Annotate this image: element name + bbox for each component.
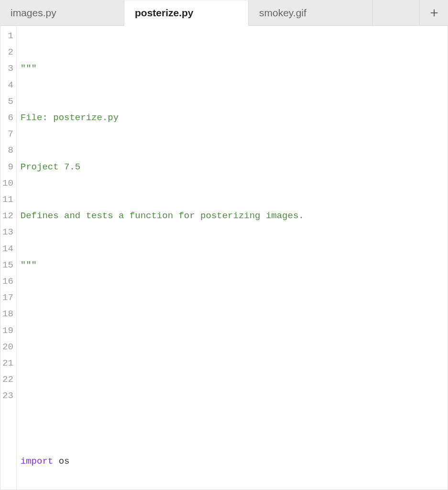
line-number: 18: [2, 306, 13, 322]
line-number: 10: [2, 175, 13, 191]
add-tab-button[interactable]: ＋: [419, 0, 448, 25]
code-line: Defines and tests a function for posteri…: [21, 208, 444, 224]
tab-label: smokey.gif: [259, 4, 306, 22]
code-line: [21, 306, 444, 322]
line-number: 14: [2, 241, 13, 257]
line-number: 9: [2, 159, 13, 175]
code-line: """: [21, 257, 444, 273]
tab-label: images.py: [11, 4, 56, 22]
code-line: [21, 404, 444, 420]
plus-icon: ＋: [427, 0, 441, 24]
line-number: 15: [2, 257, 13, 273]
line-number: 19: [2, 323, 13, 339]
code-line: """: [21, 60, 444, 77]
line-number: 12: [2, 208, 13, 224]
code-line: [21, 355, 444, 371]
code-area[interactable]: """ File: posterize.py Project 7.5 Defin…: [17, 26, 448, 490]
line-number: 4: [2, 77, 13, 93]
tab-smokey-gif[interactable]: smokey.gif: [249, 0, 373, 25]
line-number: 23: [2, 388, 13, 404]
code-line: Project 7.5: [21, 159, 444, 175]
tab-label: posterize.py: [135, 4, 194, 22]
line-number: 1: [2, 28, 13, 44]
code-line: import os: [21, 453, 444, 469]
line-number: 20: [2, 339, 13, 355]
line-number: 11: [2, 191, 13, 208]
tab-bar: images.py posterize.py smokey.gif ＋: [0, 0, 448, 26]
line-number-gutter: 1 2 3 4 5 6 7 8 9 10 11 12 13 14 15 16 1…: [0, 26, 17, 490]
line-number: 7: [2, 126, 13, 142]
line-number: 21: [2, 355, 13, 371]
code-line: File: posterize.py: [21, 110, 444, 126]
line-number: 2: [2, 44, 13, 60]
code-editor[interactable]: 1 2 3 4 5 6 7 8 9 10 11 12 13 14 15 16 1…: [0, 26, 448, 490]
line-number: 13: [2, 224, 13, 240]
tab-posterize-py[interactable]: posterize.py: [124, 0, 249, 26]
line-number: 3: [2, 60, 13, 77]
tab-images-py[interactable]: images.py: [0, 0, 124, 25]
line-number: 5: [2, 93, 13, 110]
line-number: 6: [2, 110, 13, 126]
line-number: 17: [2, 290, 13, 306]
line-number: 22: [2, 371, 13, 388]
line-number: 8: [2, 142, 13, 158]
line-number: 16: [2, 273, 13, 290]
